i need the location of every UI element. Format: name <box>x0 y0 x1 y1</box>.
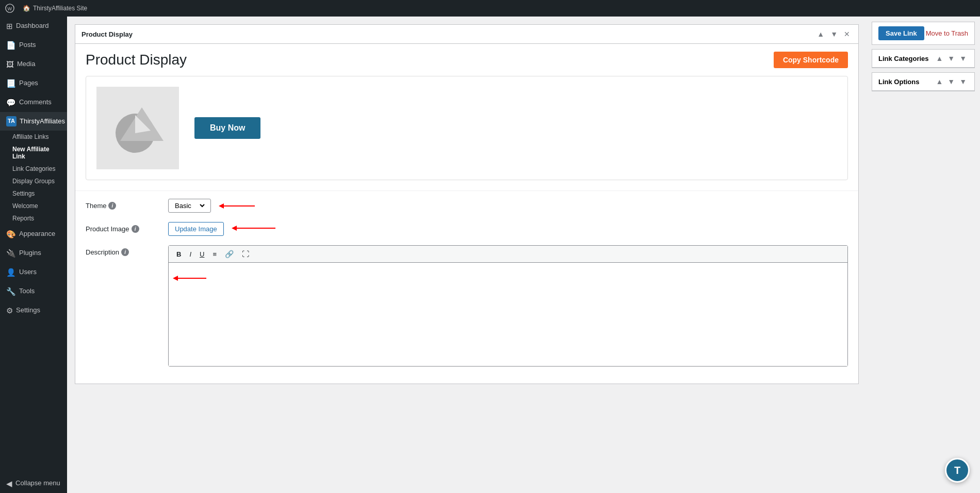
theme-select-wrapper: Basic Clean Modern <box>168 199 211 213</box>
product-image-form-control: Update Image <box>168 222 848 236</box>
list-button[interactable]: ≡ <box>210 249 219 259</box>
update-image-button[interactable]: Update Image <box>168 222 224 236</box>
product-image-label: Product Image i <box>86 222 158 233</box>
sidebar: ⊞ Dashboard 📄 Posts 🖼 Media 📃 Pages 💬 Co… <box>0 17 67 493</box>
link-categories-up-btn[interactable]: ▲ <box>934 54 944 63</box>
svg-marker-10 <box>173 276 178 281</box>
theme-help-icon[interactable]: i <box>108 202 116 210</box>
description-help-icon[interactable]: i <box>121 248 129 256</box>
sidebar-item-reports[interactable]: Reports <box>0 212 67 225</box>
sidebar-item-tools[interactable]: 🔧 Tools <box>0 282 67 301</box>
link-options-panel: Link Options ▲ ▼ ▼ <box>872 72 975 91</box>
sidebar-item-dashboard[interactable]: ⊞ Dashboard <box>0 17 67 36</box>
settings-icon: ⚙ <box>6 305 13 316</box>
sidebar-item-users[interactable]: 👤 Users <box>0 263 67 282</box>
description-label: Description i <box>86 245 158 256</box>
save-bar: Save Link Move to Trash <box>872 22 975 45</box>
link-categories-label: Link Categories <box>878 55 929 62</box>
editor-toolbar: B I U ≡ 🔗 ⛶ <box>169 246 847 263</box>
buy-now-button[interactable]: Buy Now <box>194 117 260 139</box>
sidebar-item-thirstyaffiliates[interactable]: TA ThirstyAffiliates <box>0 112 67 131</box>
panel-close-btn[interactable]: ✕ <box>842 29 852 39</box>
admin-bar-site[interactable]: 🏠 ThirstyAffiliates Site <box>23 5 87 12</box>
link-categories-controls: ▲ ▼ ▼ <box>934 54 968 63</box>
save-link-button[interactable]: Save Link <box>878 26 924 40</box>
appearance-icon: 🎨 <box>6 229 16 240</box>
bold-button[interactable]: B <box>174 249 184 259</box>
underline-button[interactable]: U <box>197 249 207 259</box>
link-categories-header: Link Categories ▲ ▼ ▼ <box>872 50 974 68</box>
sidebar-item-new-affiliate-link[interactable]: New Affiliate Link <box>0 143 67 163</box>
link-options-down-btn[interactable]: ▼ <box>946 77 956 86</box>
move-to-trash-link[interactable]: Move to Trash <box>926 29 968 37</box>
product-display-panel: Product Display ▲ ▼ ✕ Product Display Co… <box>75 24 859 384</box>
panel-collapse-up-btn[interactable]: ▲ <box>815 29 826 39</box>
svg-marker-8 <box>232 226 237 231</box>
tools-icon: 🔧 <box>6 286 16 297</box>
media-icon: 🖼 <box>6 59 14 70</box>
ta-watermark: T <box>945 458 970 483</box>
link-categories-toggle-btn[interactable]: ▼ <box>958 54 968 63</box>
description-editor: B I U ≡ 🔗 ⛶ <box>168 245 848 367</box>
pages-icon: 📃 <box>6 78 16 89</box>
plugins-icon: 🔌 <box>6 248 16 259</box>
description-arrow-indicator <box>173 273 209 285</box>
dashboard-icon: ⊞ <box>6 21 13 31</box>
svg-marker-6 <box>219 203 224 209</box>
admin-bar: W 🏠 ThirstyAffiliates Site <box>0 0 980 17</box>
link-categories-down-btn[interactable]: ▼ <box>946 54 956 63</box>
link-button[interactable]: 🔗 <box>222 249 236 259</box>
sidebar-item-collapse[interactable]: ◀ Collapse menu <box>0 474 67 493</box>
theme-row: Theme i Basic Clean Modern <box>86 199 848 213</box>
sidebar-item-comments[interactable]: 💬 Comments <box>0 93 67 112</box>
sidebar-item-link-categories[interactable]: Link Categories <box>0 163 67 175</box>
product-image-preview <box>96 87 179 169</box>
panel-header: Product Display ▲ ▼ ✕ <box>75 25 858 44</box>
product-preview-box: Buy Now <box>86 76 848 180</box>
product-image-row: Product Image i Update Image <box>86 222 848 236</box>
description-row: Description i B I U ≡ 🔗 <box>86 245 848 367</box>
sidebar-item-settings-wp[interactable]: ⚙ Settings <box>0 301 67 320</box>
content-area: Product Display ▲ ▼ ✕ Product Display Co… <box>67 17 867 493</box>
theme-arrow-indicator <box>219 201 260 211</box>
link-options-header: Link Options ▲ ▼ ▼ <box>872 73 974 91</box>
copy-shortcode-button[interactable]: Copy Shortcode <box>774 52 848 68</box>
sidebar-item-settings[interactable]: Settings <box>0 187 67 200</box>
sidebar-item-display-groups[interactable]: Display Groups <box>0 175 67 187</box>
panel-title: Product Display <box>81 30 133 38</box>
italic-button[interactable]: I <box>187 249 194 259</box>
sidebar-item-posts[interactable]: 📄 Posts <box>0 36 67 55</box>
wp-logo-item[interactable]: W <box>5 4 14 13</box>
panel-collapse-down-btn[interactable]: ▼ <box>828 29 840 39</box>
product-title-bar: Product Display Copy Shortcode <box>75 44 858 76</box>
collapse-icon: ◀ <box>6 478 12 489</box>
description-form-control: B I U ≡ 🔗 ⛶ <box>168 245 848 367</box>
link-options-up-btn[interactable]: ▲ <box>934 77 944 86</box>
image-arrow-indicator <box>232 223 278 235</box>
link-options-controls: ▲ ▼ ▼ <box>934 77 968 86</box>
theme-label: Theme i <box>86 199 158 210</box>
posts-icon: 📄 <box>6 40 16 51</box>
placeholder-graphic <box>107 97 169 159</box>
theme-form-control: Basic Clean Modern <box>168 199 848 213</box>
ta-icon: TA <box>6 116 17 126</box>
sidebar-item-pages[interactable]: 📃 Pages <box>0 74 67 93</box>
comments-icon: 💬 <box>6 97 16 108</box>
product-display-heading: Product Display <box>86 52 187 68</box>
sidebar-item-welcome[interactable]: Welcome <box>0 200 67 212</box>
product-image-help-icon[interactable]: i <box>132 225 139 233</box>
right-sidebar: Save Link Move to Trash Link Categories … <box>867 17 980 493</box>
sidebar-item-appearance[interactable]: 🎨 Appearance <box>0 225 67 244</box>
theme-select[interactable]: Basic Clean Modern <box>173 201 206 210</box>
description-editor-body[interactable] <box>169 263 847 366</box>
svg-text:W: W <box>8 6 12 11</box>
sidebar-item-media[interactable]: 🖼 Media <box>0 55 67 74</box>
link-options-label: Link Options <box>878 78 919 86</box>
link-options-toggle-btn[interactable]: ▼ <box>958 77 968 86</box>
form-section: Theme i Basic Clean Modern <box>75 190 858 384</box>
sidebar-item-affiliate-links[interactable]: Affiliate Links <box>0 131 67 143</box>
fullscreen-button[interactable]: ⛶ <box>239 249 252 259</box>
users-icon: 👤 <box>6 267 16 278</box>
sidebar-item-plugins[interactable]: 🔌 Plugins <box>0 244 67 263</box>
link-categories-panel: Link Categories ▲ ▼ ▼ <box>872 49 975 68</box>
